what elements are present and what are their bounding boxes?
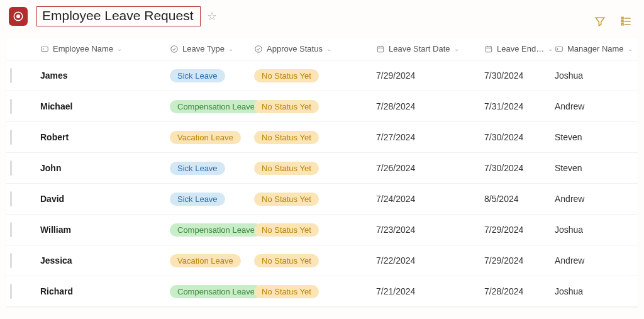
manager-name-cell: Andrew [555,194,584,204]
table-row[interactable]: JamesSick LeaveNo Status Yet7/29/20247/3… [6,60,638,91]
leave-start-date-cell: 7/29/2024 [376,70,415,81]
row-drag-handle[interactable] [6,284,40,299]
leave-start-date-cell: 7/27/2024 [376,132,415,142]
leave-start-date-cell: 7/28/2024 [376,101,415,111]
leave-start-date-cell: 7/26/2024 [376,163,415,173]
chevron-down-icon: ⌄ [628,45,633,52]
leave-start-date-cell: 7/23/2024 [376,225,415,235]
chevron-down-icon: ⌄ [228,45,233,52]
data-table: Employee Name ⌄ Leave Type ⌄ Approve Sta… [6,38,638,307]
svg-rect-8 [42,47,48,51]
approve-status-badge: No Status Yet [254,131,319,144]
svg-rect-20 [556,47,563,51]
favorite-icon[interactable]: ☆ [207,9,217,23]
table-row[interactable]: MichaelCompensation LeaveNo Status Yet7/… [6,91,638,122]
check-circle-icon [254,45,263,53]
leave-type-badge: Sick Leave [170,193,225,206]
list-settings-icon[interactable] [620,15,633,30]
employee-name-cell: Michael [40,101,72,111]
svg-point-1 [16,14,20,18]
manager-name-cell: Joshua [555,286,583,296]
manager-name-cell: Joshua [555,70,583,81]
approve-status-badge: No Status Yet [254,223,319,237]
leave-end-date-cell: 7/30/2024 [484,70,523,81]
column-header-leave-end-date[interactable]: Leave End… ⌄ [484,44,555,53]
table-header-row: Employee Name ⌄ Leave Type ⌄ Approve Sta… [6,38,638,60]
manager-name-cell: Steven [555,132,582,142]
row-drag-handle[interactable] [6,160,40,176]
svg-rect-7 [622,23,624,25]
employee-name-cell: Robert [40,132,69,142]
column-handle-spacer [6,44,40,53]
leave-end-date-cell: 7/30/2024 [484,163,523,173]
text-field-icon [40,45,49,53]
svg-rect-16 [486,46,491,52]
check-circle-icon [170,45,179,53]
chevron-down-icon: ⌄ [117,45,122,52]
leave-end-date-cell: 7/28/2024 [484,286,523,296]
row-drag-handle[interactable] [6,191,40,206]
column-header-employee-name[interactable]: Employee Name ⌄ [40,44,170,53]
table-row[interactable]: JessicaVacation LeaveNo Status Yet7/22/2… [6,245,638,276]
svg-point-11 [255,45,262,52]
approve-status-badge: No Status Yet [254,162,319,175]
calendar-icon [484,45,493,53]
calendar-icon [376,45,385,53]
approve-status-badge: No Status Yet [254,254,319,267]
leave-end-date-cell: 7/31/2024 [484,101,523,111]
leave-end-date-cell: 7/29/2024 [484,255,523,266]
chevron-down-icon: ⌄ [454,45,459,52]
page-title: Employee Leave Request [36,6,201,26]
leave-start-date-cell: 7/24/2024 [376,194,415,204]
target-icon [13,11,24,22]
svg-rect-5 [622,17,624,19]
chevron-down-icon: ⌄ [548,45,553,52]
employee-name-cell: James [40,70,68,81]
row-drag-handle[interactable] [6,130,40,145]
employee-name-cell: David [40,194,64,204]
manager-name-cell: Steven [555,163,582,173]
svg-rect-6 [622,20,624,22]
svg-point-10 [171,45,178,52]
manager-name-cell: Andrew [555,255,584,266]
leave-type-badge: Compensation Leave [170,285,262,298]
table-row[interactable]: RichardCompensation LeaveNo Status Yet7/… [6,276,638,307]
column-header-leave-start-date[interactable]: Leave Start Date ⌄ [376,44,484,53]
column-header-approve-status[interactable]: Approve Status ⌄ [254,44,376,53]
leave-start-date-cell: 7/21/2024 [376,286,415,296]
leave-end-date-cell: 8/5/2024 [484,194,519,204]
leave-start-date-cell: 7/22/2024 [376,255,415,266]
page-header: Employee Leave Request ☆ [0,0,644,38]
leave-end-date-cell: 7/30/2024 [484,132,523,142]
leave-type-badge: Compensation Leave [170,100,262,113]
leave-type-badge: Vacation Leave [170,131,241,144]
table-body: JamesSick LeaveNo Status Yet7/29/20247/3… [6,60,638,307]
app-icon [9,7,28,26]
approve-status-badge: No Status Yet [254,193,319,206]
row-drag-handle[interactable] [6,68,40,83]
table-row[interactable]: WilliamCompensation LeaveNo Status Yet7/… [6,215,638,245]
column-header-leave-type[interactable]: Leave Type ⌄ [170,44,254,53]
leave-type-badge: Vacation Leave [170,254,241,267]
approve-status-badge: No Status Yet [254,69,319,82]
manager-name-cell: Joshua [555,225,583,235]
row-drag-handle[interactable] [6,99,40,114]
employee-name-cell: Jessica [40,255,72,266]
table-row[interactable]: RobertVacation LeaveNo Status Yet7/27/20… [6,122,638,153]
column-header-manager-name[interactable]: Manager Name ⌄ [555,44,638,53]
leave-type-badge: Sick Leave [170,69,225,82]
header-actions [594,15,633,30]
employee-name-cell: John [40,163,61,173]
table-row[interactable]: DavidSick LeaveNo Status Yet7/24/20248/5… [6,184,638,215]
leave-type-badge: Compensation Leave [170,223,262,237]
row-drag-handle[interactable] [6,253,40,268]
leave-end-date-cell: 7/29/2024 [484,225,523,235]
text-field-icon [555,45,564,53]
filter-icon[interactable] [594,15,606,30]
row-drag-handle[interactable] [6,222,40,237]
table-row[interactable]: JohnSick LeaveNo Status Yet7/26/20247/30… [6,153,638,184]
leave-type-badge: Sick Leave [170,162,225,175]
manager-name-cell: Andrew [555,101,584,111]
employee-name-cell: Richard [40,286,73,296]
employee-name-cell: William [40,225,71,235]
